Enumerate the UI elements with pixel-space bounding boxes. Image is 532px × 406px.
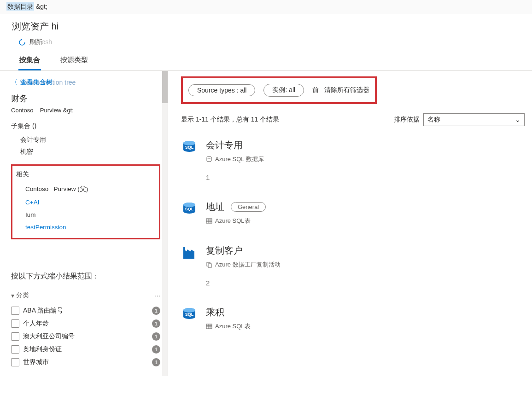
sort-label: 排序依据 [394,116,420,124]
facet-count-badge: 1 [152,319,160,328]
results-info: 显示 1-11 个结果，总有 11 个结果 [181,116,279,124]
svg-point-3 [207,157,211,158]
page-title: 浏览资产 hi [0,14,532,35]
related-item-link[interactable]: testPermission [25,221,155,233]
asset-title: 复制客户 [206,244,243,257]
filter-label: Source types : [197,87,239,94]
factory-icon [181,244,198,261]
svg-rect-18 [206,324,212,329]
filter-source-types[interactable]: Source types : all [188,84,255,96]
svg-text:SQL: SQL [185,207,194,211]
narrow-label: 按以下方式缩小结果范围： [11,272,160,281]
related-item-link[interactable]: C+AI [25,196,155,209]
collection-title: 财务 [11,93,160,104]
filter-value: all [289,86,295,93]
svg-text:SQL: SQL [185,312,194,317]
facet-label: 个人年龄 [23,319,49,328]
refresh-label: 刷新 [29,38,42,46]
copy-icon [206,261,212,268]
breadcrumb-sep: &gt; [34,3,47,10]
clear-all-filters[interactable]: 前 清除所有筛选器 [312,86,369,94]
breadcrumb-part[interactable]: 数据目录 [6,2,34,11]
asset-subtype: Azure SQL表 [215,322,251,331]
checkbox[interactable] [11,307,19,315]
sql-icon: SQL [181,139,198,156]
related-item: Ium [25,209,155,221]
scrollbar-thumb[interactable] [162,71,168,103]
svg-rect-12 [183,247,185,250]
facet-category-header[interactable]: ▾ 分类 ··· [11,290,160,302]
subcollection-item[interactable]: 机密 [20,146,160,158]
filter-instances[interactable]: 实例: all [263,84,304,97]
tabs: 按集合 按源类型 [0,51,532,71]
subcollections-label: 子集合 () [11,122,160,130]
facet-count-badge: 1 [152,332,160,341]
facet-count-badge: 1 [152,358,160,366]
facet-label: ABA 路由编号 [23,307,63,315]
asset-subtype: Azure SQL 数据库 [215,155,264,163]
clear-label: 清除所有筛选器 [324,86,369,93]
chevron-left-icon: 〈 [11,78,18,87]
sql-icon: SQL [181,201,198,217]
sidebar: 〈 View collection tree 查看集合树 财务 Contoso … [0,71,168,376]
sort-dropdown[interactable]: 名称 ⌄ [423,113,525,126]
asset-row[interactable]: SQL 会计专用 Azure SQL 数据库 1 [181,131,525,192]
refresh-button[interactable]: Refresh 刷新 [0,35,532,51]
related-item: Contoso Purview (父) [25,182,155,196]
checkbox[interactable] [11,358,19,366]
refresh-icon [18,39,26,46]
asset-row[interactable]: SQL 乘积 Azure SQL表 [181,298,525,342]
asset-row[interactable]: 复制客户 Azure 数据工厂复制活动 2 [181,236,525,298]
sql-icon: SQL [181,306,198,323]
facet-row[interactable]: 世界城市1 [11,356,160,369]
tab-by-source-type[interactable]: 按源类型 [59,53,89,70]
facet-count-badge: 1 [152,307,160,315]
table-icon [206,218,212,224]
svg-text:SQL: SQL [185,145,194,150]
related-label: 相关 [16,170,155,179]
svg-rect-7 [206,219,212,223]
db-icon [206,156,212,162]
filter-value: all [240,87,246,94]
asset-title: 乘积 [206,306,224,319]
asset-subtype: Azure 数据工厂复制活动 [215,261,281,269]
facet-count-badge: 1 [152,345,160,354]
svg-rect-14 [208,264,211,267]
chevron-down-icon: ▾ [11,292,14,299]
main-content: Source types : all 实例: all 前 清除所有筛选器 显示 … [168,71,532,376]
facet-row[interactable]: 个人年龄1 [11,317,160,330]
asset-number: 2 [206,279,525,287]
checkbox[interactable] [11,345,19,354]
facet-row[interactable]: 奥地利身份证1 [11,343,160,356]
asset-subtype: Azure SQL表 [215,217,251,225]
subcollection-item[interactable]: 会计专用 [20,134,160,146]
more-icon[interactable]: ··· [155,292,160,299]
back-link[interactable]: 〈 View collection tree 查看集合树 [11,78,160,87]
scrollbar-track[interactable] [162,71,168,376]
tab-by-collection[interactable]: 按集合 [18,53,41,70]
asset-number: 1 [206,174,525,181]
back-link-label: 查看集合树 [20,78,53,86]
facet-row[interactable]: 澳大利亚公司编号1 [11,330,160,343]
sort-value: 名称 [427,116,440,124]
breadcrumb: 数据目录 &gt; [0,0,532,14]
checkbox[interactable] [11,332,19,341]
table-icon [206,323,212,330]
facet-label: 世界城市 [23,358,49,366]
asset-title: 地址 [206,201,224,213]
clear-prefix: 前 [312,86,319,93]
facet-label: 奥地利身份证 [23,345,62,354]
chevron-down-icon: ⌄ [515,116,520,123]
facet-category-label: 分类 [16,291,29,300]
filter-label: 实例: [272,86,287,93]
collection-path: Contoso Purview &gt; [11,107,160,114]
facet-label: 澳大利亚公司编号 [23,332,75,341]
checkbox[interactable] [11,319,19,328]
asset-row[interactable]: SQL 地址 General Azure SQL表 [181,192,525,236]
asset-title: 会计专用 [206,139,243,151]
filter-highlight-box: Source types : all 实例: all 前 清除所有筛选器 [181,76,377,104]
related-highlight-box: 相关 Contoso Purview (父) C+AI Ium testPerm… [11,164,160,239]
asset-tag: General [231,202,266,212]
facet-row[interactable]: ABA 路由编号1 [11,304,160,317]
